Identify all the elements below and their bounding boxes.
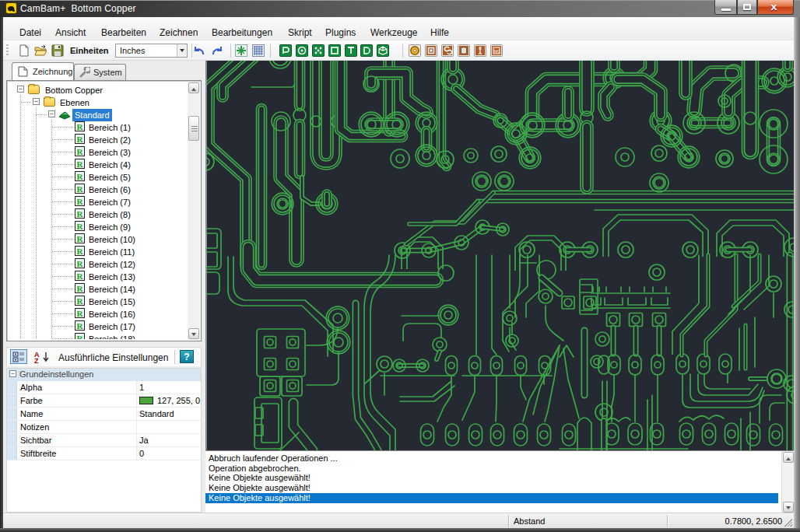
svg-text:MC: MC [494, 49, 500, 54]
